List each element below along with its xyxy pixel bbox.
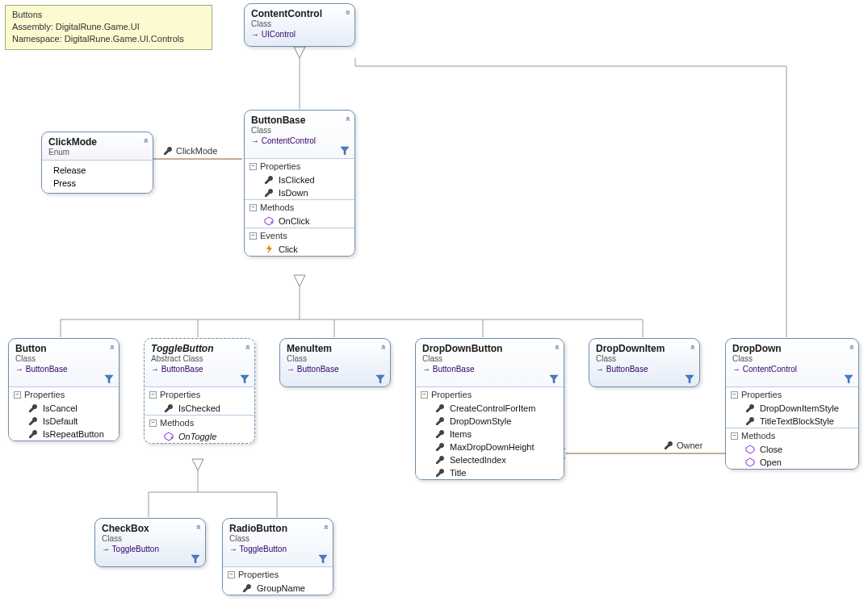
section-properties[interactable]: −Properties [145,387,254,402]
expand-icon[interactable]: « [342,12,351,15]
wrench-icon [664,441,673,450]
class-stereo: Class [732,354,852,363]
wrench-icon [435,468,445,478]
class-title: RadioButton [229,523,326,534]
minus-icon: − [249,232,257,240]
wrench-icon [163,146,173,156]
method-item: Open [726,456,858,469]
minus-icon: − [149,420,157,427]
class-title: ToggleButton [151,343,248,354]
collapse-icon[interactable]: » [342,119,351,121]
class-Button[interactable]: Button Class ButtonBase » −Properties Is… [8,338,120,441]
class-stereo: Abstract Class [151,354,248,363]
collapse-icon[interactable]: » [140,140,149,143]
property-item: DropDownItemStyle [726,402,858,415]
class-DropDown[interactable]: DropDown Class ContentControl » −Propert… [725,338,859,470]
class-inherits: UIControl [251,30,348,39]
filter-icon[interactable] [844,374,853,384]
section-methods[interactable]: −Methods [726,428,858,443]
wrench-icon [435,416,445,426]
wrench-icon [435,442,445,452]
class-inherits: ButtonBase [15,365,112,374]
collapse-icon[interactable]: » [320,527,329,529]
minus-icon: − [731,391,738,399]
filter-icon[interactable] [318,554,328,564]
class-RadioButton[interactable]: RadioButton Class ToggleButton » −Proper… [222,518,333,595]
collapse-icon[interactable]: » [241,347,251,349]
wrench-icon [435,429,445,439]
minus-icon: − [14,391,21,399]
collapse-icon[interactable]: » [106,347,115,349]
property-item: Items [416,428,564,441]
property-item: IsCancel [9,402,119,415]
collapse-icon[interactable]: » [686,347,696,349]
filter-icon[interactable] [340,146,350,156]
class-DropDownItem[interactable]: DropDownItem Class ButtonBase » [589,338,700,387]
property-item: IsChecked [145,402,254,415]
method-icon [264,216,274,226]
class-DropDownButton[interactable]: DropDownButton Class ButtonBase » −Prope… [415,338,564,480]
filter-icon[interactable] [240,374,249,384]
method-icon [745,445,755,454]
class-stereo: Class [15,354,112,363]
enum-values: Release Press [42,160,153,193]
class-title: ContentControl [251,8,348,19]
info-namespace: Namespace: DigitalRune.Game.UI.Controls [12,33,205,45]
method-icon [745,457,755,467]
section-methods[interactable]: −Methods [145,416,254,430]
class-inherits: ToggleButton [229,545,326,553]
method-icon [164,432,174,441]
info-assembly: Assembly: DigitalRune.Game.UI [12,21,205,33]
property-item: IsDown [245,186,354,199]
class-title: DropDownButton [422,343,557,354]
minus-icon: − [249,163,257,170]
class-ButtonBase[interactable]: ButtonBase Class ContentControl » −Prope… [244,110,355,257]
property-item: CreateControlForItem [416,402,564,415]
collapse-icon[interactable]: » [377,347,387,349]
minus-icon: − [149,391,157,399]
class-ContentControl[interactable]: ContentControl Class UIControl « [244,3,355,47]
class-title: MenuItem [287,343,384,354]
filter-icon[interactable] [191,554,200,564]
class-title: DropDown [732,343,852,354]
class-inherits: ButtonBase [422,365,557,374]
collapse-icon[interactable]: » [551,347,560,349]
event-icon [264,244,274,254]
enum-value: Release [42,164,153,177]
section-properties[interactable]: −Properties [245,159,354,173]
property-item: MaxDropDownHeight [416,441,564,453]
class-inherits: ButtonBase [596,365,693,374]
filter-icon[interactable] [104,374,114,384]
minus-icon: − [731,432,738,440]
filter-icon[interactable] [549,374,559,384]
method-item: OnToggle [145,430,254,443]
filter-icon[interactable] [375,374,385,384]
class-MenuItem[interactable]: MenuItem Class ButtonBase » [279,338,391,387]
section-methods[interactable]: −Methods [245,200,354,215]
method-item: Close [726,443,858,456]
property-item: GroupName [223,582,333,595]
section-properties[interactable]: −Properties [9,387,119,402]
class-CheckBox[interactable]: CheckBox Class ToggleButton » [94,518,206,567]
section-properties[interactable]: −Properties [416,387,564,402]
wrench-icon [745,403,755,413]
section-properties[interactable]: −Properties [726,387,858,402]
class-ToggleButton[interactable]: ToggleButton Abstract Class ButtonBase »… [144,338,255,444]
class-stereo: Class [422,354,557,363]
collapse-icon[interactable]: » [845,347,855,349]
filter-icon[interactable] [685,374,694,384]
section-properties[interactable]: −Properties [223,567,333,582]
class-stereo: Class [251,126,348,135]
class-inherits: ButtonBase [287,365,384,374]
collapse-icon[interactable]: » [192,527,202,529]
minus-icon: − [421,391,428,399]
class-inherits: ButtonBase [151,365,248,374]
section-events[interactable]: −Events [245,228,354,243]
class-title: DropDownItem [596,343,693,354]
wrench-icon [28,403,38,413]
method-item: OnClick [245,215,354,228]
diagram-info-box: Buttons Assembly: DigitalRune.Game.UI Na… [5,5,212,50]
property-item: TitleTextBlockStyle [726,415,858,428]
info-title: Buttons [12,9,205,21]
enum-ClickMode[interactable]: ClickMode Enum » Release Press [41,132,153,194]
